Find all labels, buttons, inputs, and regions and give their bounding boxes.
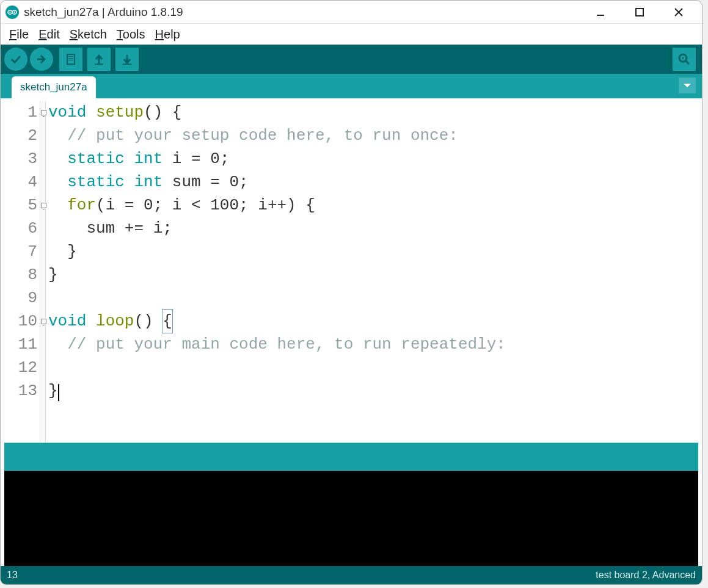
line-number-gutter: 12345678910111213 bbox=[4, 101, 40, 443]
status-line-number: 13 bbox=[7, 570, 596, 581]
status-board-info: test board 2, Advanced bbox=[596, 570, 696, 581]
titlebar: sketch_jun27a | Arduino 1.8.19 bbox=[1, 1, 702, 24]
svg-rect-7 bbox=[67, 54, 75, 64]
tab-sketch[interactable]: sketch_jun27a bbox=[12, 76, 96, 98]
svg-rect-10 bbox=[68, 60, 73, 60]
tab-menu-button[interactable] bbox=[679, 78, 696, 93]
svg-rect-2 bbox=[9, 12, 11, 12]
window-controls bbox=[589, 3, 690, 21]
svg-rect-8 bbox=[68, 56, 73, 57]
menu-help[interactable]: Help bbox=[151, 26, 184, 43]
upload-button[interactable] bbox=[30, 48, 53, 71]
serial-monitor-button[interactable] bbox=[673, 48, 696, 71]
menu-file[interactable]: File bbox=[5, 26, 32, 43]
window-title: sketch_jun27a | Arduino 1.8.19 bbox=[24, 5, 589, 19]
open-button[interactable] bbox=[87, 48, 111, 71]
toolbar bbox=[1, 45, 702, 74]
code-area[interactable]: void setup() { // put your setup code he… bbox=[46, 101, 506, 443]
svg-rect-6 bbox=[636, 9, 643, 16]
fold-gutter[interactable] bbox=[40, 101, 46, 443]
svg-rect-9 bbox=[68, 58, 73, 59]
menu-tools[interactable]: Tools bbox=[113, 26, 149, 43]
arduino-icon bbox=[5, 5, 19, 19]
svg-rect-4 bbox=[14, 11, 15, 13]
svg-rect-5 bbox=[597, 15, 604, 16]
menu-sketch[interactable]: Sketch bbox=[66, 26, 111, 43]
tab-strip: sketch_jun27a bbox=[1, 74, 702, 98]
svg-rect-11 bbox=[95, 64, 103, 65]
code-editor[interactable]: 12345678910111213 void setup() { // put … bbox=[4, 98, 698, 443]
svg-rect-12 bbox=[123, 64, 131, 65]
output-console[interactable] bbox=[4, 471, 698, 566]
menu-bar: File Edit Sketch Tools Help bbox=[1, 24, 702, 45]
minimize-button[interactable] bbox=[589, 3, 611, 21]
new-button[interactable] bbox=[59, 48, 82, 71]
svg-point-14 bbox=[682, 57, 684, 59]
maximize-button[interactable] bbox=[629, 3, 651, 21]
message-bar bbox=[4, 443, 698, 471]
save-button[interactable] bbox=[115, 48, 139, 71]
status-bar: 13 test board 2, Advanced bbox=[1, 566, 702, 584]
app-window: sketch_jun27a | Arduino 1.8.19 File Edit… bbox=[0, 0, 703, 585]
close-button[interactable] bbox=[668, 3, 690, 21]
menu-edit[interactable]: Edit bbox=[35, 26, 63, 43]
verify-button[interactable] bbox=[4, 48, 27, 71]
